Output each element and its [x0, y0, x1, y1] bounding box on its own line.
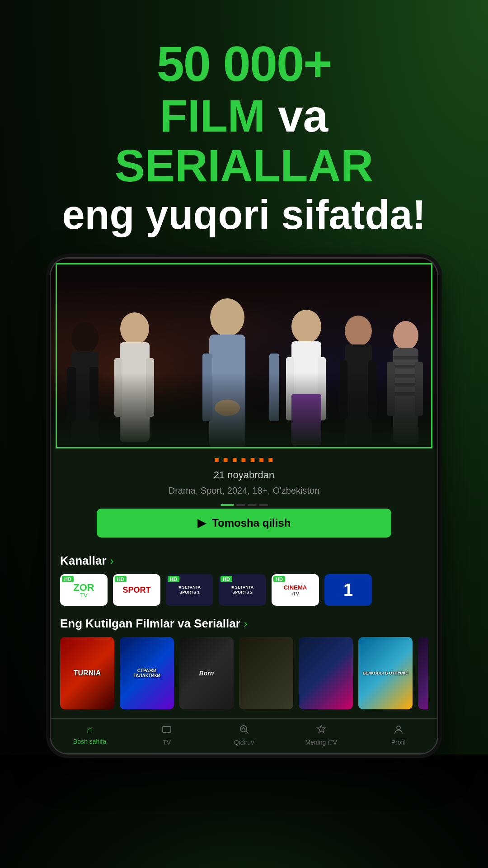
svg-point-38	[242, 728, 244, 730]
movies-arrow[interactable]: ›	[244, 618, 248, 630]
scroll-indicator	[60, 501, 428, 509]
movie-title-born: Born	[199, 670, 214, 677]
hd-badge-setanta1: HD	[168, 576, 179, 582]
svg-point-39	[397, 726, 400, 730]
cinema-logo: CINEMA iTV	[284, 584, 307, 596]
channel-card-setanta1[interactable]: HD ■ SETANTASPORTS 1	[166, 574, 213, 606]
show-meta: Drama, Sport, 2024, 18+, O'zbekiston	[60, 484, 428, 501]
show-date: 21 noyabrdan	[60, 467, 428, 484]
poster-beach: БЕЛКОВЫ В ОТПУСКЕ	[358, 637, 413, 709]
channels-row: HD ZOR TV HD SPORT HD	[60, 574, 428, 606]
watch-button[interactable]: ▶ Tomosha qilish	[97, 509, 391, 538]
channels-title: Kanallar	[60, 554, 107, 568]
nav-search-label: Qidiruv	[234, 739, 254, 746]
1tv-logo-text: 1	[343, 580, 353, 600]
cast-svg	[51, 259, 431, 448]
tv-icon	[162, 724, 172, 737]
hero-film-text: FILM	[160, 90, 265, 141]
nav-tv-label: TV	[163, 739, 171, 746]
setanta1-logo: ■ SETANTASPORTS 1	[177, 583, 202, 597]
nav-tv[interactable]: TV	[128, 724, 206, 746]
poster-blue: СТРАЖИ ГАЛАКТИКИ	[120, 637, 174, 709]
nav-profile[interactable]: Profil	[360, 724, 437, 746]
app-content: ■ ■ ■ ■ ■ ■ ■ 21 noyabrdan Drama, Sport,…	[51, 448, 437, 753]
poster-ink: INK	[418, 637, 428, 709]
movie-card-anime[interactable]	[299, 637, 353, 709]
channel-card-setanta2[interactable]: HD ■ SETANTASPORTS 2	[219, 574, 266, 606]
poster-anime	[299, 637, 353, 709]
movies-title: Eng Kutilgan Filmlar va Seriallar	[60, 617, 240, 631]
movies-row: TURNIA СТРАЖИ ГАЛАКТИКИ Born	[60, 637, 428, 715]
bottom-navigation: ⌂ Bosh sahifa TV	[51, 718, 437, 753]
nav-home-label: Bosh sahifa	[73, 738, 106, 745]
watch-btn-label: Tomosha qilish	[212, 517, 291, 529]
hd-badge-zor: HD	[62, 576, 74, 582]
show-title-dots: ■ ■ ■ ■ ■ ■ ■	[60, 455, 428, 465]
nav-profile-label: Profil	[391, 739, 406, 746]
hero-va-text: va	[278, 90, 328, 141]
scroll-dot-3	[248, 504, 257, 506]
movie-card-turnia[interactable]: TURNIA	[60, 637, 114, 709]
movie-title-turnia: TURNIA	[74, 669, 101, 677]
movie-card-2[interactable]: СТРАЖИ ГАЛАКТИКИ	[120, 637, 174, 709]
scroll-dot-4	[259, 504, 268, 506]
channels-section: Kanallar › HD ZOR TV HD S	[51, 547, 437, 609]
hero-seriallar-text: SERIALLAR	[115, 140, 373, 191]
setanta2-text: ■ SETANTASPORTS 2	[231, 585, 253, 595]
bottom-space	[0, 755, 488, 868]
show-title-text: ■ ■ ■ ■ ■ ■ ■	[214, 455, 274, 465]
setanta1-text: ■ SETANTASPORTS 1	[178, 585, 201, 595]
channels-header: Kanallar ›	[60, 554, 428, 568]
channel-card-zor[interactable]: HD ZOR TV	[60, 574, 108, 606]
scroll-dot-2	[236, 504, 245, 506]
home-icon: ⌂	[87, 724, 93, 736]
hd-badge-cinema: HD	[273, 576, 285, 582]
title-overlay: ■ ■ ■ ■ ■ ■ ■ 21 noyabrdan Drama, Sport,…	[51, 448, 437, 538]
poster-turnia: TURNIA	[60, 637, 114, 709]
poster-born: Born	[179, 637, 234, 709]
device-frame: ■ ■ ■ ■ ■ ■ ■ 21 noyabrdan Drama, Sport,…	[50, 257, 438, 755]
zor-text: ZOR	[73, 582, 94, 593]
channel-card-cinema[interactable]: HD CINEMA iTV	[272, 574, 319, 606]
hd-badge-setanta2: HD	[221, 576, 232, 582]
hero-count: 50 000+	[27, 36, 461, 91]
movies-section: Eng Kutilgan Filmlar va Seriallar › TURN…	[51, 609, 437, 718]
movies-header: Eng Kutilgan Filmlar va Seriallar ›	[60, 617, 428, 631]
channel-card-1tv[interactable]: 1	[324, 574, 372, 606]
scroll-dot-active	[221, 504, 234, 506]
profile-icon	[394, 724, 404, 737]
movie-card-ink[interactable]: INK	[418, 637, 428, 709]
hero-line3: eng yuqori sifatda!	[27, 190, 461, 239]
search-icon	[239, 724, 249, 737]
svg-rect-33	[51, 259, 431, 448]
movie-card-4[interactable]	[239, 637, 293, 709]
nav-my-itv[interactable]: Mening iTV	[282, 724, 360, 746]
show-banner	[51, 259, 437, 448]
hero-line2: FILM va SERIALLAR	[27, 91, 461, 190]
itv-text: iTV	[284, 591, 307, 596]
channels-arrow[interactable]: ›	[110, 555, 114, 567]
device-wrapper: ■ ■ ■ ■ ■ ■ ■ 21 noyabrdan Drama, Sport,…	[50, 257, 438, 755]
tv-screen	[51, 259, 437, 448]
setanta2-logo: ■ SETANTASPORTS 2	[230, 583, 255, 597]
sport-logo-text: SPORT	[122, 585, 150, 595]
hd-badge-sport: HD	[115, 576, 127, 582]
movie-card-beach[interactable]: БЕЛКОВЫ В ОТПУСКЕ	[358, 637, 413, 709]
channel-card-sport[interactable]: HD SPORT	[113, 574, 160, 606]
svg-rect-34	[163, 726, 171, 732]
star-icon	[316, 724, 326, 737]
movie-title-2: СТРАЖИ ГАЛАКТИКИ	[123, 668, 170, 678]
play-icon: ▶	[197, 517, 206, 529]
nav-search[interactable]: Qidiruv	[206, 724, 283, 746]
poster-man	[239, 637, 293, 709]
cinema-text: CINEMA	[284, 584, 307, 591]
zor-logo: ZOR TV	[73, 582, 94, 599]
svg-line-37	[246, 731, 248, 734]
nav-my-itv-label: Mening iTV	[305, 739, 337, 746]
movie-title-beach: БЕЛКОВЫ В ОТПУСКЕ	[363, 671, 408, 675]
nav-home[interactable]: ⌂ Bosh sahifa	[51, 724, 128, 746]
movie-card-born[interactable]: Born	[179, 637, 234, 709]
hero-section: 50 000+ FILM va SERIALLAR eng yuqori sif…	[0, 0, 488, 257]
